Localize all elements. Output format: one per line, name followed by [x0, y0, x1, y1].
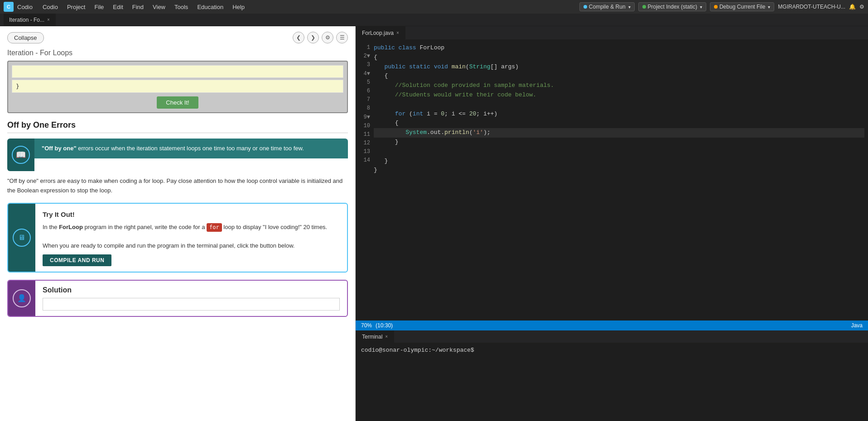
nav-controls: ❮ ❯ ⚙ ☰ — [293, 32, 348, 43]
off-by-one-card-icon: 📖 — [7, 139, 34, 171]
solution-card: 👤 Solution — [7, 280, 348, 317]
solution-title: Solution — [43, 286, 340, 294]
page-list-button[interactable]: ☰ — [336, 32, 348, 43]
compile-run-dot — [583, 5, 587, 9]
main-layout: Collapse ❮ ❯ ⚙ ☰ Iteration - For Loops }… — [0, 26, 868, 421]
next-button[interactable]: ❯ — [307, 32, 319, 43]
debug-arrow: ▾ — [768, 5, 770, 10]
terminal-tab-close[interactable]: × — [385, 334, 388, 339]
try-it-card: 🖥 Try It Out! In the ForLoop program in … — [7, 203, 348, 273]
off-by-one-card: 📖 "Off by one" errors occur when the ite… — [7, 139, 348, 171]
page-title: Iteration - For Loops — [0, 49, 355, 61]
solution-body: Solution — [35, 281, 347, 316]
status-zoom: 70% — [361, 322, 372, 329]
code-line-2[interactable]: } — [12, 80, 343, 93]
try-it-title: Try It Out! — [43, 209, 340, 220]
editor-tab-label: ForLoop.java — [362, 30, 394, 36]
try-it-text-2: When you are ready to compile and run th… — [43, 241, 340, 251]
editor-tab-bar: ForLoop.java × — [356, 26, 868, 40]
settings-icon[interactable]: ⚙ — [859, 4, 864, 10]
code-line-1[interactable] — [12, 65, 343, 78]
line-numbers: 1 2▼ 3 4▼ 5 6 7 8 9▼ 10 11 12 13 14 — [356, 43, 374, 317]
debug-label: Debug Current File — [719, 4, 765, 10]
status-bar: 70% (10:30) Java — [356, 321, 868, 330]
code-line-editor-14: } — [374, 166, 864, 175]
menu-item-project[interactable]: Project — [63, 2, 90, 12]
off-by-one-text: errors occur when the iteration statemen… — [77, 145, 304, 152]
code-line-editor-10: System.out.println('i'); — [374, 128, 864, 138]
terminal-tab-bar: Terminal × — [356, 330, 868, 343]
app-logo: C — [4, 2, 14, 12]
code-line-editor-5: //Solution code provided in sample mater… — [374, 81, 864, 91]
user-info: MGIRARDOT-UTEACH-U... — [778, 4, 845, 10]
compile-run-toolbar-btn[interactable]: Compile & Run ▾ — [579, 2, 635, 11]
menu-item-find[interactable]: Find — [128, 2, 148, 12]
solution-icon: 👤 — [8, 281, 35, 316]
prev-button[interactable]: ❮ — [293, 32, 304, 43]
book-icon: 📖 — [12, 146, 30, 164]
editor-tab-close[interactable]: × — [396, 30, 399, 35]
code-line-editor-8: for (int i = 0; i <= 20; i++) — [374, 110, 864, 119]
page-settings-button[interactable]: ⚙ — [322, 32, 333, 43]
code-lines: public class ForLoop { public static voi… — [374, 43, 868, 317]
menu-item-codio[interactable]: Codio — [38, 2, 63, 12]
tab-iteration[interactable]: Iteration - Fo... × — [4, 14, 56, 26]
try-it-body: Try It Out! In the ForLoop program in th… — [35, 204, 347, 272]
code-line-editor-9: { — [374, 119, 864, 128]
tab-bar: Iteration - Fo... × — [0, 14, 868, 26]
code-input-area: } Check It! — [7, 61, 348, 113]
solution-input[interactable] — [43, 298, 340, 311]
notification-icon[interactable]: 🔔 — [849, 4, 856, 10]
menu-bar: C Codio Codio Project File Edit Find Vie… — [0, 0, 868, 14]
check-it-button[interactable]: Check It! — [157, 96, 198, 109]
person-icon: 👤 — [13, 289, 31, 307]
menu-item-tools[interactable]: Tools — [170, 2, 193, 12]
menu-item-file[interactable]: File — [90, 2, 108, 12]
code-line-editor-7 — [374, 100, 864, 110]
compile-run-button[interactable]: COMPILE AND RUN — [43, 254, 111, 266]
menu-item-view[interactable]: View — [148, 2, 170, 12]
code-line-editor-11: } — [374, 138, 864, 147]
code-editor[interactable]: 1 2▼ 3 4▼ 5 6 7 8 9▼ 10 11 12 13 14 publ… — [356, 40, 868, 321]
compile-run-arrow: ▾ — [628, 5, 631, 10]
code-line-editor-2: { — [374, 53, 864, 62]
code-line-editor-12 — [374, 147, 864, 157]
off-by-one-title: Off by One Errors — [7, 120, 348, 133]
right-panel: ForLoop.java × 1 2▼ 3 4▼ 5 6 7 8 9▼ 10 1… — [356, 26, 868, 421]
app-name: Codio — [17, 4, 33, 10]
terminal-tab-label: Terminal — [362, 334, 382, 340]
tab-iteration-label: Iteration - Fo... — [9, 17, 44, 23]
status-position: (10:30) — [376, 322, 393, 329]
project-index-dot — [642, 5, 646, 9]
terminal-prompt: codio@sonar-olympic:~/workspace$ — [361, 347, 474, 354]
terminal-content[interactable]: codio@sonar-olympic:~/workspace$ — [356, 343, 868, 421]
menu-item-education[interactable]: Education — [193, 2, 228, 12]
editor-tab-forloop[interactable]: ForLoop.java × — [356, 26, 406, 40]
code-line-editor-13: } — [374, 157, 864, 166]
tab-iteration-close[interactable]: × — [47, 17, 50, 22]
project-index-btn[interactable]: Project Index (static) ▾ — [638, 2, 706, 11]
terminal-area: Terminal × codio@sonar-olympic:~/workspa… — [356, 330, 868, 421]
debug-dot — [714, 5, 718, 9]
menu-item-edit[interactable]: Edit — [108, 2, 127, 12]
menu-item-help[interactable]: Help — [228, 2, 249, 12]
debug-btn[interactable]: Debug Current File ▾ — [710, 2, 774, 11]
code-line-editor-3: public static void main(String[] args) — [374, 62, 864, 72]
off-by-one-card-body: "Off by one" errors occur when the itera… — [34, 139, 348, 158]
for-badge: for — [207, 223, 222, 232]
project-index-arrow: ▾ — [700, 5, 702, 10]
try-it-text-1: In the ForLoop program in the right pane… — [43, 223, 340, 232]
off-by-one-bold: "Off by one" — [42, 145, 77, 152]
off-by-one-description: "Off by one" errors are easy to make whe… — [7, 177, 348, 196]
try-it-icon: 🖥 — [8, 204, 35, 272]
collapse-area: Collapse ❮ ❯ ⚙ ☰ — [0, 26, 355, 49]
status-language: Java — [851, 322, 863, 329]
monitor-icon: 🖥 — [13, 229, 31, 247]
code-line-editor-1: public class ForLoop — [374, 43, 864, 53]
code-line-editor-6: //Students would write their code below. — [374, 91, 864, 100]
off-by-one-section: Off by One Errors 📖 "Off by one" errors … — [0, 120, 355, 317]
terminal-tab[interactable]: Terminal × — [356, 330, 394, 343]
compile-run-label: Compile & Run — [589, 4, 626, 10]
code-line-editor-4: { — [374, 72, 864, 81]
collapse-button[interactable]: Collapse — [7, 32, 44, 43]
